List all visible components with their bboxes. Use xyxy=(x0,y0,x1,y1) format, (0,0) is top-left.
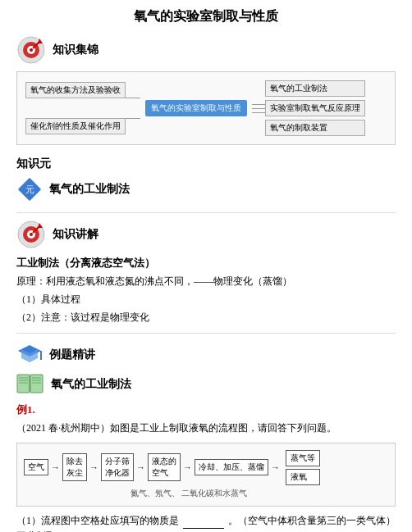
page-title: 氧气的实验室制取与性质 xyxy=(16,8,396,25)
knowledge-explain-header: 知识讲解 xyxy=(16,220,396,249)
mind-right-item-2: 实验室制取氧气反应原理 xyxy=(265,100,365,116)
target-icon xyxy=(16,35,46,65)
flow-step1: 除去灰尘 xyxy=(62,453,87,481)
industrial-method-row: 元 氧气的工业制法 xyxy=(16,176,396,202)
example-header: 例题精讲 xyxy=(16,342,396,368)
knowledge-summary-title: 知识集锦 xyxy=(53,43,98,57)
example1-label: 例1. xyxy=(16,403,35,416)
industrial-book-header: 氧气的工业制法 xyxy=(16,373,396,396)
target-icon-2 xyxy=(16,220,46,249)
flow-diagram: 空气 → 除去灰尘 → 分子筛净化器 → 液态的空气 → 冷却、加压、蒸馏 → … xyxy=(16,443,396,507)
flow-step2: 分子筛净化器 xyxy=(101,453,134,481)
example1-label-row: 例1. xyxy=(16,402,396,417)
mind-right-item-3: 氧气的制取装置 xyxy=(265,120,365,136)
industrial-step-1: （1）具体过程 xyxy=(16,292,396,307)
example-header-title: 例题精讲 xyxy=(49,348,95,362)
flow-arrow-3: → xyxy=(136,462,145,472)
flow-arrow-1: → xyxy=(51,462,60,472)
flow-arrow-5: → xyxy=(271,462,280,472)
mind-right-item-1: 氧气的工业制法 xyxy=(265,80,365,97)
flow-output-bottom: 液氧 xyxy=(286,469,320,485)
mind-left-item-1: 氧气的收集方法及验验收 xyxy=(25,82,126,98)
example1-year: （2021 春·杭州期中）如图是工业上制取液氧的流程图，请回答下列问题。 xyxy=(16,421,396,436)
flow-step3: 液态的空气 xyxy=(148,453,181,481)
divider-2 xyxy=(16,333,396,334)
flow-below-2: 二氧化碳和水蒸气 xyxy=(181,488,247,499)
industrial-principle: 原理：利用液态氧和液态氮的沸点不同，——物理变化（蒸馏） xyxy=(16,274,396,289)
knowledge-summary-header: 知识集锦 xyxy=(16,35,396,65)
book-icon xyxy=(16,373,44,396)
answer-blank-1 xyxy=(183,528,224,529)
knowledge-yuan-label: 知识元 xyxy=(16,157,51,171)
flow-below-1: 氮气、氖气、 xyxy=(130,488,180,499)
question1-text: （1）流程图中空格处应填写的物质是 。（空气中体积含量第三的一类气体）工业制取 xyxy=(16,513,396,532)
divider-1 xyxy=(16,212,396,213)
mind-center-box: 氧气的实验室制取与性质 xyxy=(145,100,247,116)
graduation-icon xyxy=(16,342,43,368)
svg-text:元: 元 xyxy=(25,184,34,194)
mind-map: 氧气的收集方法及验验收 催化剂的性质及催化作用 氧气的实验室制取与性质 氧气的工… xyxy=(16,71,396,145)
svg-point-3 xyxy=(30,48,33,52)
flow-input: 空气 xyxy=(24,459,48,475)
svg-rect-17 xyxy=(17,375,30,393)
flow-arrow-4: → xyxy=(183,462,192,472)
knowledge-yuan-header: 知识元 xyxy=(16,157,396,171)
knowledge-explain-title: 知识讲解 xyxy=(53,227,98,242)
svg-rect-18 xyxy=(30,375,43,393)
flow-output-top: 蒸气等 xyxy=(286,450,320,466)
industrial-method-title: 氧气的工业制法 xyxy=(49,182,130,197)
diamond-icon: 元 xyxy=(16,176,43,202)
industrial-step-2: （2）注意：该过程是物理变化 xyxy=(16,310,396,325)
industrial-subtitle: 工业制法（分离液态空气法） xyxy=(16,256,396,271)
flow-below: 氮气、氖气、 二氧化碳和水蒸气 xyxy=(130,488,388,499)
mind-left-item-2: 催化剂的性质及催化作用 xyxy=(25,118,126,134)
flow-arrow-2: → xyxy=(89,462,98,472)
industrial-book-title: 氧气的工业制法 xyxy=(51,377,131,392)
flow-step4: 冷却、加压、蒸馏 xyxy=(195,459,268,475)
svg-point-11 xyxy=(30,233,33,236)
flow-outputs: 蒸气等 液氧 xyxy=(286,450,320,485)
